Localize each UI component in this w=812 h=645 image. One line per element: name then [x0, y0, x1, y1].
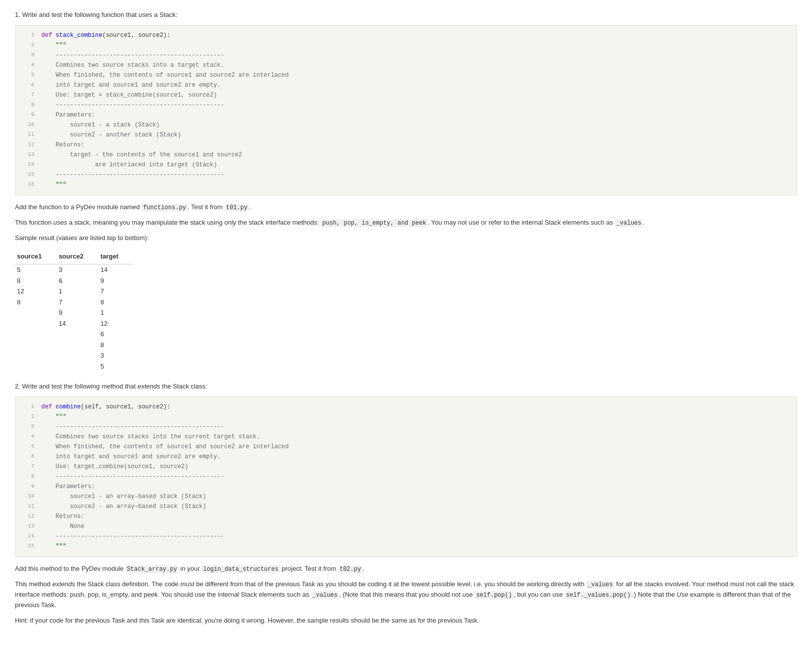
- line-number: 8: [20, 101, 34, 110]
- line-content: are interlaced into target (Stack): [41, 160, 217, 169]
- line-content: Parameters:: [41, 482, 95, 491]
- code-line: 8 --------------------------------------…: [15, 472, 797, 482]
- line-content: def combine(self, source1, source2):: [41, 402, 170, 411]
- code-line: 10 source1 - a stack (Stack): [15, 120, 797, 130]
- line-number: 9: [20, 111, 34, 120]
- section2-hint: Hint: if your code for the previous Task…: [15, 616, 797, 626]
- inline-code-values: _values: [615, 219, 643, 227]
- line-content: into target and source1 and source2 are …: [41, 81, 221, 90]
- table-cell: 8: [15, 275, 57, 286]
- line-content: source1 - a stack (Stack): [41, 121, 160, 129]
- table-cell: 1: [57, 286, 99, 297]
- section1-sample-title: Sample result (values are listed top to …: [15, 233, 797, 244]
- table-cell: 3: [57, 264, 99, 275]
- line-content: Use: target = stack_combine(source1, sou…: [41, 91, 217, 100]
- table-row: 8: [15, 340, 133, 351]
- code-line: 10 source1 - an array-based stack (Stack…: [15, 492, 797, 502]
- table-cell: [15, 329, 57, 340]
- code-line: 13 target - the contents of the source1 …: [15, 150, 797, 160]
- code-line: 11 source2 - an array-based stack (Stack…: [15, 502, 797, 512]
- section1-prose2: This function uses a stack, meaning you …: [15, 218, 797, 228]
- code-line: 2 """: [15, 412, 797, 422]
- table-cell: 12: [15, 286, 57, 297]
- table-row: 6: [15, 329, 133, 340]
- section1-sample-table-container: source1source2target53148691217878911412…: [15, 251, 797, 372]
- table-cell: 14: [99, 264, 133, 275]
- line-number: 2: [20, 41, 34, 50]
- table-cell: 8: [99, 297, 133, 308]
- table-cell: 8: [99, 340, 133, 351]
- code-line: 3 --------------------------------------…: [15, 422, 797, 432]
- code-line: 15 """: [15, 541, 797, 551]
- table-cell: 5: [99, 361, 133, 372]
- code-line: 7 Use: target = stack_combine(source1, s…: [15, 90, 797, 100]
- table-cell: 14: [57, 318, 99, 329]
- line-content: into target and source1 and source2 are …: [41, 452, 221, 461]
- line-number: 7: [20, 91, 34, 100]
- code-line: 4 Combines two source stacks into the cu…: [15, 432, 797, 442]
- line-content: Combines two source stacks into a target…: [41, 61, 224, 70]
- line-content: When finished, the contents of source1 a…: [41, 71, 289, 80]
- prose2-pre: This method: [15, 580, 52, 588]
- code-line: 16 """: [15, 180, 797, 190]
- table-row: 1217: [15, 286, 133, 297]
- line-number: 3: [20, 422, 34, 431]
- line-content: Use: target.combine(source1, source2): [41, 462, 188, 471]
- code-line: 6 into target and source1 and source2 ar…: [15, 80, 797, 90]
- table-cell: [57, 361, 99, 372]
- line-number: 5: [20, 442, 34, 451]
- code-line: 1def combine(self, source1, source2):: [15, 402, 797, 412]
- code-line: 5 When finished, the contents of source1…: [15, 442, 797, 452]
- code-line: 12 Returns:: [15, 140, 797, 150]
- table-cell: 9: [99, 275, 133, 286]
- table-cell: [15, 318, 57, 329]
- inline-code-t01-py: t01.py: [225, 204, 249, 212]
- table-cell: [57, 329, 99, 340]
- code-line: 3 --------------------------------------…: [15, 50, 797, 60]
- line-content: """: [41, 542, 66, 551]
- line-number: 12: [20, 512, 34, 521]
- line-content: """: [41, 41, 66, 50]
- table-cell: 3: [99, 350, 133, 361]
- table-row: 91: [15, 307, 133, 318]
- line-number: 2: [20, 412, 34, 421]
- line-number: 7: [20, 462, 34, 471]
- line-content: source1 - an array-based stack (Stack): [41, 492, 206, 501]
- inline-code-stack-array: Stack_array.py: [125, 565, 179, 573]
- line-content: def stack_combine(source1, source2):: [41, 31, 170, 40]
- line-number: 14: [20, 532, 34, 541]
- inline-code-functions-py: functions.py: [141, 204, 187, 212]
- code-line: 12 Returns:: [15, 512, 797, 521]
- code-line: 4 Combines two source stacks into a targ…: [15, 60, 797, 70]
- table-row: 5: [15, 361, 133, 372]
- line-content: source2 - another stack (Stack): [41, 130, 181, 139]
- line-content: target - the contents of the source1 and…: [41, 150, 242, 159]
- line-number: 4: [20, 432, 34, 441]
- line-number: 1: [20, 402, 34, 411]
- line-content: ----------------------------------------…: [41, 532, 224, 541]
- code-line: 9 Parameters:: [15, 110, 797, 120]
- table-row: 878: [15, 297, 133, 308]
- line-content: ----------------------------------------…: [41, 51, 224, 60]
- section1-sample-table: source1source2target53148691217878911412…: [15, 251, 133, 372]
- table-row: 5314: [15, 264, 133, 275]
- line-content: Parameters:: [41, 111, 95, 120]
- line-content: """: [41, 412, 66, 421]
- inline-code-t02-py: t02.py: [338, 565, 362, 573]
- line-number: 3: [20, 51, 34, 60]
- code-line: 6 into target and source1 and source2 ar…: [15, 452, 797, 462]
- line-content: source2 - an array-based stack (Stack): [41, 502, 206, 511]
- table-cell: 1: [99, 307, 133, 318]
- line-number: 16: [20, 180, 34, 189]
- code-line: 13 None: [15, 521, 797, 531]
- line-number: 10: [20, 121, 34, 129]
- table-cell: [15, 307, 57, 318]
- code-line: 8 --------------------------------------…: [15, 100, 797, 110]
- line-number: 13: [20, 522, 34, 531]
- line-number: 1: [20, 31, 34, 40]
- line-content: ----------------------------------------…: [41, 422, 224, 431]
- line-number: 6: [20, 81, 34, 90]
- line-content: ----------------------------------------…: [41, 170, 224, 179]
- line-content: ----------------------------------------…: [41, 101, 224, 110]
- section1-prose1: Add the function to a PyDev module named…: [15, 202, 797, 213]
